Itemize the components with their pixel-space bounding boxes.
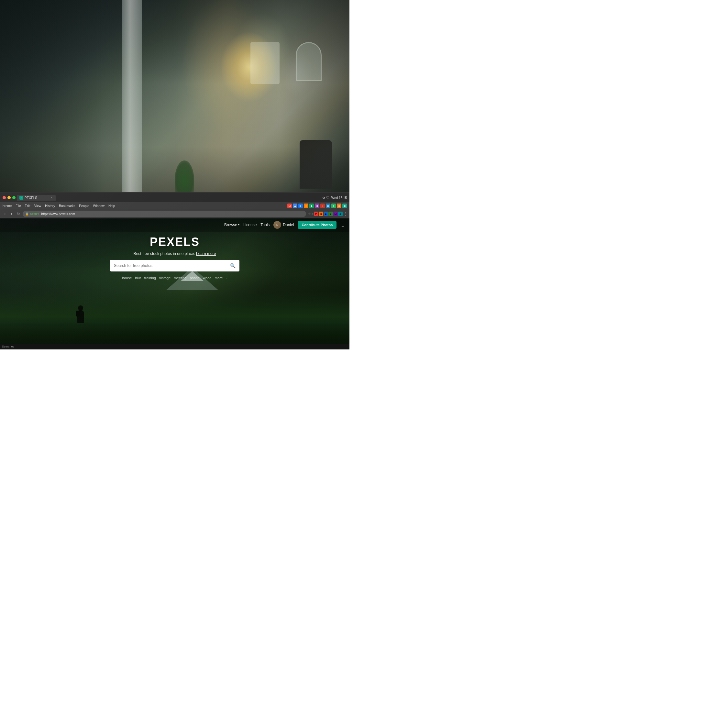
address-bar[interactable]: 🔒 Secure https://www.pexels.com	[23, 211, 306, 217]
search-input[interactable]	[114, 263, 230, 268]
ext6-icon[interactable]: ◉	[315, 203, 320, 208]
suggestion-wood[interactable]: wood	[203, 276, 211, 280]
learn-more-link[interactable]: Learn more	[196, 251, 216, 256]
ext9-icon[interactable]: ●	[331, 203, 336, 208]
tools-nav-item[interactable]: Tools	[260, 223, 269, 227]
contribute-photos-button[interactable]: Contribute Photos	[298, 221, 336, 229]
minimize-window-button[interactable]	[8, 196, 11, 199]
gcal-icon[interactable]: 🗓	[298, 203, 303, 208]
ext5-icon[interactable]: ◆	[309, 203, 314, 208]
tab-favicon: P	[20, 196, 23, 200]
bookmark-star-icon[interactable]: ☆	[308, 212, 311, 216]
secure-lock-icon: 🔒	[25, 212, 29, 216]
suggestion-meeting[interactable]: meeting	[174, 276, 187, 280]
suggestion-vintage[interactable]: vintage	[159, 276, 171, 280]
browse-nav-item[interactable]: Browse ▾	[224, 223, 239, 227]
reader-icon[interactable]: ≡	[312, 212, 314, 216]
suggestion-phone[interactable]: phone	[190, 276, 200, 280]
office-background	[0, 0, 349, 210]
maximize-window-button[interactable]	[12, 196, 15, 199]
website-content: Browse ▾ License Tools D Daniel Contribu…	[0, 217, 349, 349]
tab-close-icon[interactable]: ✕	[50, 196, 53, 199]
browser-tabs-bar: P PEXELS ✕ ⚙ 🛡 Wed 16:15	[0, 193, 349, 202]
browse-label: Browse	[224, 223, 237, 227]
browser-toolbar: ‹ › ↻ 🔒 Secure https://www.pexels.com ☆ …	[0, 210, 349, 219]
gmail-icon[interactable]: M	[287, 203, 292, 208]
fav-ext4-icon[interactable]: ●	[329, 212, 333, 216]
system-status-bar: ⚙ 🛡 Wed 16:15	[322, 196, 347, 200]
status-icons: ⚙ 🛡	[322, 196, 329, 200]
menu-item-file[interactable]: File	[15, 204, 21, 208]
browser-tab-pexels[interactable]: P PEXELS ✕	[17, 195, 56, 200]
favorites-icons: ☆ ≡ P ◉ ■ ● M ◈ ⋮	[308, 212, 347, 216]
nav-buttons: ‹ › ↻	[2, 211, 21, 217]
suggestion-house[interactable]: house	[122, 276, 132, 280]
fav-ext2-icon[interactable]: ◉	[319, 212, 323, 216]
reload-button[interactable]: ↻	[15, 211, 21, 217]
browser-menu-bar: hrome File Edit View History Bookmarks P…	[0, 202, 349, 210]
suggestion-more-link[interactable]: more →	[214, 276, 227, 280]
ext8-icon[interactable]: ■	[326, 203, 330, 208]
ext7-icon[interactable]: ▪	[320, 203, 325, 208]
user-profile-area[interactable]: D Daniel	[274, 221, 294, 229]
ext11-icon[interactable]: ◉	[342, 203, 347, 208]
secure-label: Secure	[30, 212, 40, 216]
gdrive-icon[interactable]: ▲	[293, 203, 297, 208]
fav-ext5-icon[interactable]: M	[333, 212, 338, 216]
tagline-text: Best free stock photos in one place.	[134, 251, 195, 256]
hero-tagline: Best free stock photos in one place. Lea…	[134, 251, 216, 256]
user-avatar: D	[274, 221, 281, 229]
ext4-icon[interactable]: ●	[304, 203, 308, 208]
more-options-icon[interactable]: ...	[340, 222, 344, 228]
menu-item-window[interactable]: Window	[93, 204, 105, 208]
menu-item-bookmarks[interactable]: Bookmarks	[59, 204, 75, 208]
browser-chrome: P PEXELS ✕ ⚙ 🛡 Wed 16:15 hrome File Edit…	[0, 193, 349, 217]
ext10-icon[interactable]: ◈	[337, 203, 341, 208]
menu-item-help[interactable]: Help	[109, 204, 115, 208]
fav-ext3-icon[interactable]: ■	[324, 212, 328, 216]
license-nav-item[interactable]: License	[243, 223, 257, 227]
url-display[interactable]: https://www.pexels.com	[41, 212, 75, 216]
taskbar: Searches	[0, 344, 349, 349]
menu-item-app[interactable]: hrome	[3, 204, 12, 208]
monitor-frame: P PEXELS ✕ ⚙ 🛡 Wed 16:15 hrome File Edit…	[0, 192, 349, 349]
time-display: Wed 16:15	[331, 196, 347, 200]
search-suggestions: house blur training vintage meeting phon…	[122, 276, 227, 280]
fav-pinterest-icon[interactable]: P	[314, 212, 318, 216]
browse-chevron-icon: ▾	[238, 223, 239, 226]
close-window-button[interactable]	[3, 196, 6, 199]
forward-button[interactable]: ›	[9, 211, 15, 217]
menu-item-people[interactable]: People	[79, 204, 89, 208]
pexels-logo: PEXELS	[150, 235, 200, 249]
menu-item-edit[interactable]: Edit	[24, 204, 30, 208]
search-bar-container[interactable]: 🔍	[110, 260, 239, 271]
username-label: Daniel	[283, 223, 294, 227]
mac-traffic-lights	[3, 196, 15, 199]
tab-title: PEXELS	[24, 196, 37, 200]
suggestion-blur[interactable]: blur	[135, 276, 141, 280]
suggestion-training[interactable]: training	[144, 276, 156, 280]
overflow-menu-icon[interactable]: ⋮	[344, 212, 347, 216]
pexels-navbar: Browse ▾ License Tools D Daniel Contribu…	[0, 217, 349, 232]
menu-item-view[interactable]: View	[34, 204, 41, 208]
back-button[interactable]: ‹	[2, 211, 8, 217]
menu-item-history[interactable]: History	[45, 204, 55, 208]
taskbar-searches-label: Searches	[2, 345, 14, 348]
hero-content: PEXELS Best free stock photos in one pla…	[0, 235, 349, 280]
search-icon[interactable]: 🔍	[230, 263, 236, 268]
extension-icons: M ▲ 🗓 ● ◆ ◉ ▪ ■ ● ◈ ◉	[287, 203, 347, 208]
fav-ext6-icon[interactable]: ◈	[338, 212, 343, 216]
